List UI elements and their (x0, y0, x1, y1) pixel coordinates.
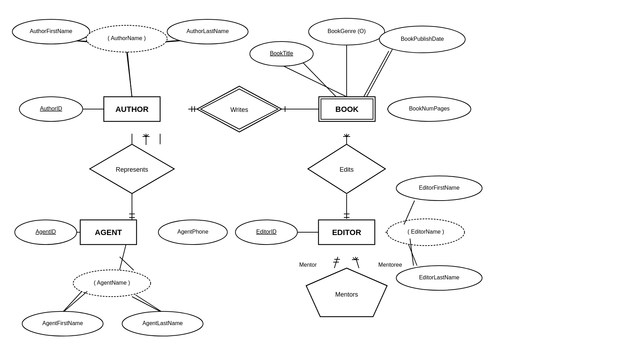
line-booktitle-book (282, 65, 347, 97)
agentphone-text: AgentPhone (177, 229, 208, 235)
agent-label: AGENT (95, 228, 122, 237)
bookpublishdate-book (363, 51, 389, 98)
editorlastname-text: EditorLastName (419, 274, 460, 280)
authorlastname-text: AuthorLastName (187, 28, 229, 34)
agentlastname-text: AgentLastName (143, 320, 183, 326)
booktitle-book (301, 61, 337, 98)
agentname-lastname (132, 297, 160, 311)
book-label: BOOK (335, 105, 359, 114)
mentors-label: Mentors (335, 291, 358, 298)
booktitle-text: BookTitle (270, 50, 293, 56)
agentfirstname-text: AgentFirstName (42, 320, 83, 326)
agentname-ln-line (135, 295, 161, 311)
represents-label: Represents (116, 166, 148, 173)
authorname-text: ( AuthorName ) (108, 35, 146, 41)
authorfirstname-text: AuthorFirstName (30, 28, 72, 34)
authorid-text: AuthorID (40, 106, 62, 112)
agentid-text: AgentID (36, 229, 56, 235)
editor-label: EDITOR (332, 228, 361, 237)
bookpublishdate-text: BookPublishDate (401, 36, 444, 42)
author-label: AUTHOR (115, 105, 149, 114)
editorid-text: EditorID (256, 229, 277, 235)
mentor-role-label: Mentor (299, 262, 317, 268)
er-diagram: AUTHOR BOOK AGENT EDITOR Writes Represen… (0, 0, 644, 361)
agentname-agent (120, 257, 134, 270)
editorname-text: ( EditorName ) (408, 229, 444, 235)
booknumpages-text: BookNumPages (409, 106, 450, 112)
writes-label: Writes (231, 106, 248, 113)
agentname-fn-line (64, 291, 87, 311)
agentname-text: ( AgentName ) (94, 280, 130, 286)
cn3 (127, 52, 132, 98)
editorfirstname-text: EditorFirstName (419, 185, 460, 191)
agentname-agent-line (120, 245, 126, 270)
agentname-firstname (63, 289, 84, 311)
line-bookpublishdate-book (366, 49, 392, 98)
edits-label: Edits (340, 166, 354, 173)
mentoree-role-label: Mentoree (378, 262, 402, 268)
bookgenre-text: BookGenre (O) (328, 28, 366, 34)
